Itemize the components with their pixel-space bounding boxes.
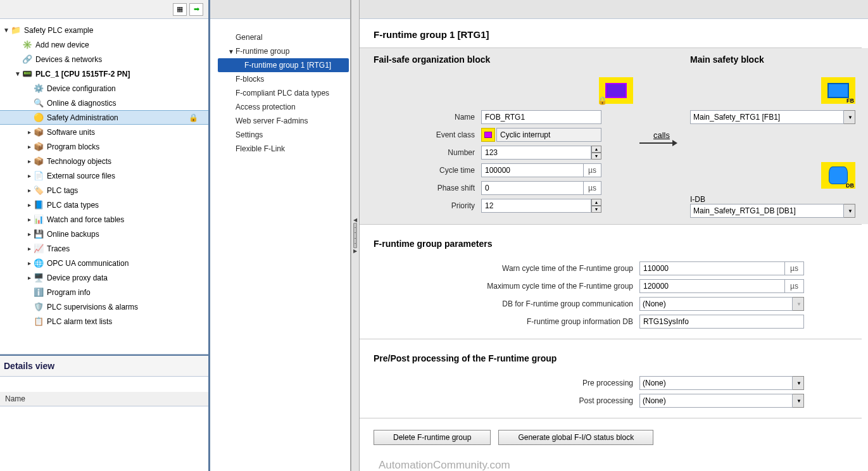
tree-item[interactable]: ▸🖥️Device proxy data bbox=[0, 270, 208, 285]
priority-label: Priority bbox=[374, 201, 481, 210]
tree-item[interactable]: ⚙️Device configuration bbox=[0, 81, 208, 96]
generate-status-block-button[interactable]: Generate global F-I/O status block bbox=[498, 430, 653, 445]
tree-item[interactable]: 🛡️PLC supervisions & alarms bbox=[0, 299, 208, 314]
tree-item[interactable]: ▸📦Program blocks bbox=[0, 139, 208, 154]
nav-item[interactable]: ▼F-runtime group bbox=[218, 44, 349, 58]
expand-icon[interactable]: ▸ bbox=[25, 158, 33, 165]
tree-item[interactable]: ▼📟PLC_1 [CPU 1515TF-2 PN] bbox=[0, 66, 208, 81]
fob-heading: Fail-safe organization block bbox=[374, 54, 633, 65]
node-label: PLC data types bbox=[46, 201, 99, 210]
pre-processing-dropdown[interactable]: ▼ bbox=[793, 376, 804, 390]
tree-item[interactable]: ▸📦Software units bbox=[0, 125, 208, 139]
nav-item[interactable]: F-compliant PLC data types bbox=[218, 86, 349, 100]
priority-input[interactable] bbox=[481, 199, 591, 213]
idb-label: I-DB bbox=[690, 195, 715, 204]
prepost-heading: Pre/Post processing of the F-runtime gro… bbox=[374, 353, 855, 363]
node-label: Safety PLC example bbox=[23, 26, 93, 35]
node-label: Software units bbox=[46, 128, 95, 137]
expand-icon[interactable]: ▸ bbox=[25, 274, 33, 281]
info-db-input[interactable] bbox=[639, 315, 804, 329]
max-cycle-unit: µs bbox=[785, 279, 804, 293]
expand-icon[interactable]: ▸ bbox=[25, 216, 33, 223]
tree-item[interactable]: ▸📦Technology objects bbox=[0, 154, 208, 168]
expand-icon[interactable]: ▸ bbox=[25, 187, 33, 194]
tree-item[interactable]: ▸🏷️PLC tags bbox=[0, 183, 208, 198]
post-processing-combo[interactable] bbox=[639, 394, 793, 408]
node-label: Safety Administration bbox=[46, 113, 118, 122]
go-icon[interactable]: ➡ bbox=[189, 3, 203, 16]
details-column-name: Name bbox=[0, 392, 208, 406]
tree-item[interactable]: ▼📁Safety PLC example bbox=[0, 23, 208, 37]
post-processing-dropdown[interactable]: ▼ bbox=[793, 394, 804, 408]
node-icon: 💾 bbox=[33, 229, 44, 239]
arrow-icon bbox=[639, 140, 677, 146]
priority-down[interactable]: ▼ bbox=[591, 206, 601, 213]
tree-item[interactable]: ✳️Add new device bbox=[0, 37, 208, 52]
tree-item[interactable]: ▸📊Watch and force tables bbox=[0, 212, 208, 227]
node-label: External source files bbox=[46, 172, 115, 180]
nav-item[interactable]: General bbox=[218, 30, 349, 44]
number-input[interactable] bbox=[481, 146, 591, 160]
tree-item[interactable]: ▸📘PLC data types bbox=[0, 198, 208, 212]
expand-icon[interactable]: ▸ bbox=[25, 260, 33, 267]
tree-item[interactable]: ▸💾Online backups bbox=[0, 227, 208, 241]
expand-icon[interactable]: ▼ bbox=[14, 70, 22, 77]
cycle-time-input[interactable] bbox=[481, 163, 584, 177]
main-safety-block-dropdown[interactable]: ▼ bbox=[844, 110, 855, 124]
tree-item[interactable]: 🟡Safety Administration🔒 bbox=[0, 110, 208, 125]
expand-icon[interactable]: ▸ bbox=[25, 201, 33, 208]
max-cycle-input[interactable] bbox=[639, 279, 785, 293]
nav-item[interactable]: Web server F-admins bbox=[218, 114, 349, 128]
content-area: F-runtime group 1 [RTG1] Fail-safe organ… bbox=[360, 0, 868, 471]
project-tree[interactable]: ▼📁Safety PLC example✳️Add new device🔗Dev… bbox=[0, 19, 208, 355]
delete-runtime-group-button[interactable]: Delete F-runtime group bbox=[374, 430, 491, 445]
grid-icon[interactable]: ▦ bbox=[173, 3, 187, 16]
node-label: Devices & networks bbox=[34, 55, 102, 64]
event-class-field bbox=[496, 128, 601, 142]
tree-item[interactable]: ▸📈Traces bbox=[0, 241, 208, 256]
tree-item[interactable]: 🔍Online & diagnostics bbox=[0, 96, 208, 110]
nav-item[interactable]: Flexible F-Link bbox=[218, 142, 349, 156]
nav-item[interactable]: F-blocks bbox=[218, 72, 349, 86]
expand-icon[interactable]: ▸ bbox=[25, 230, 33, 237]
tree-item[interactable]: ▸🌐OPC UA communication bbox=[0, 256, 208, 270]
tree-item[interactable]: ▸📄External source files bbox=[0, 168, 208, 183]
expand-icon[interactable]: ▸ bbox=[25, 143, 33, 150]
node-label: OPC UA communication bbox=[46, 259, 129, 268]
name-input[interactable] bbox=[481, 110, 601, 124]
tree-item[interactable]: ℹ️Program info bbox=[0, 285, 208, 299]
nav-item[interactable]: Access protection bbox=[218, 100, 349, 114]
expand-icon[interactable]: ▸ bbox=[25, 245, 33, 252]
cycle-time-label: Cycle time bbox=[374, 166, 481, 175]
node-label: Device configuration bbox=[46, 84, 116, 93]
node-icon: ℹ️ bbox=[33, 287, 44, 297]
nav-item[interactable]: Settings bbox=[218, 128, 349, 142]
vertical-splitter[interactable]: ◀ ▶ bbox=[351, 0, 360, 471]
number-up[interactable]: ▲ bbox=[591, 146, 601, 153]
node-icon: 📊 bbox=[33, 215, 44, 224]
phase-shift-label: Phase shift bbox=[374, 184, 481, 192]
node-label: PLC supervisions & alarms bbox=[46, 303, 138, 311]
expand-icon[interactable]: ▸ bbox=[25, 129, 33, 135]
priority-up[interactable]: ▲ bbox=[591, 199, 601, 206]
tree-item[interactable]: 🔗Devices & networks bbox=[0, 52, 208, 66]
expand-icon[interactable]: ▼ bbox=[3, 27, 10, 34]
main-safety-block-combo[interactable] bbox=[690, 110, 844, 124]
properties-nav-panel: General▼F-runtime groupF-runtime group 1… bbox=[210, 0, 351, 471]
phase-shift-input[interactable] bbox=[481, 181, 584, 195]
nav-item[interactable]: F-runtime group 1 [RTG1] bbox=[218, 58, 349, 72]
pre-processing-combo[interactable] bbox=[639, 376, 793, 390]
warn-cycle-input[interactable] bbox=[639, 261, 785, 275]
event-class-icon bbox=[481, 128, 495, 142]
node-label: Traces bbox=[46, 244, 70, 253]
fb-icon: FB bbox=[821, 77, 855, 104]
node-icon: 📦 bbox=[33, 156, 44, 166]
tree-item[interactable]: 📋PLC alarm text lists bbox=[0, 314, 208, 329]
node-label: Online & diagnostics bbox=[46, 99, 116, 108]
idb-combo[interactable] bbox=[690, 204, 844, 218]
db-icon: DB bbox=[821, 162, 855, 189]
number-down[interactable]: ▼ bbox=[591, 153, 601, 160]
node-label: Online backups bbox=[46, 230, 99, 239]
expand-icon[interactable]: ▸ bbox=[25, 172, 33, 179]
idb-dropdown[interactable]: ▼ bbox=[844, 204, 855, 218]
